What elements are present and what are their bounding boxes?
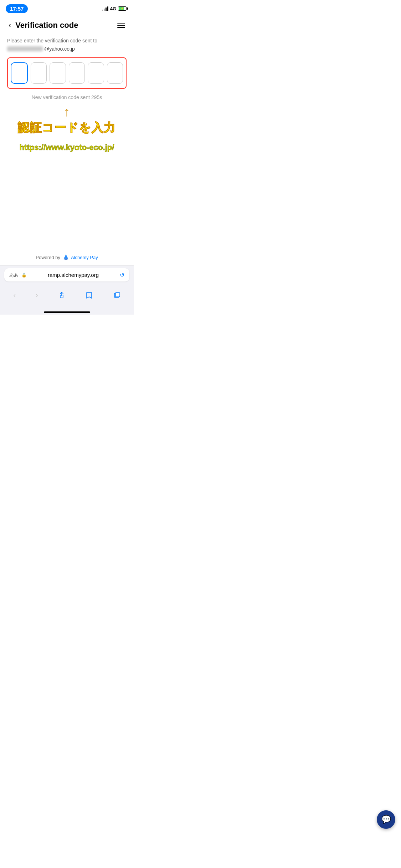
nav-back-button[interactable]: ‹ (9, 289, 20, 302)
signal-icon (102, 6, 108, 11)
otp-container (7, 57, 127, 89)
powered-by-label: Powered by (36, 255, 60, 260)
home-indicator (0, 309, 134, 315)
japanese-annotation: 認証コードを入力 (7, 120, 127, 136)
browser-nav: ‹ › (0, 285, 134, 309)
address-bar[interactable]: ああ 🔒 ramp.alchemypay.org ↺ (4, 268, 129, 281)
annotation-arrow: ↑ (7, 104, 127, 119)
spacer (0, 166, 134, 248)
otp-input-5[interactable] (88, 62, 104, 84)
status-icons: 4G ⚡ (102, 6, 128, 11)
refresh-button[interactable]: ↺ (120, 272, 124, 278)
battery-icon: ⚡ (118, 6, 128, 11)
menu-button[interactable] (116, 21, 127, 29)
content-area: Please enter the verification code sent … (0, 37, 134, 166)
email-suffix: @yahoo.co.jp (44, 46, 75, 52)
header: ‹ Verification code (0, 16, 134, 37)
browser-bar: ああ 🔒 ramp.alchemypay.org ↺ (0, 265, 134, 285)
back-button[interactable]: ‹ (7, 19, 12, 31)
status-time: 17:57 (6, 4, 28, 13)
page-main: ‹ Verification code Please enter the ver… (0, 16, 134, 265)
svg-rect-5 (115, 293, 120, 297)
instruction-text: Please enter the verification code sent … (7, 37, 127, 45)
email-blur (7, 46, 43, 51)
otp-input-1[interactable] (11, 62, 28, 84)
nav-forward-button[interactable]: › (31, 289, 42, 302)
otp-input-2[interactable] (31, 62, 47, 84)
email-row: @yahoo.co.jp (7, 46, 127, 52)
alchemy-logo: Alchemy Pay (62, 254, 98, 261)
timer-text: New verification code sent 295s (7, 94, 127, 100)
lock-icon: 🔒 (21, 273, 27, 278)
status-bar: 17:57 4G ⚡ (0, 0, 134, 16)
url-annotation: https://www.kyoto-eco.jp/ (7, 143, 127, 152)
nav-share-button[interactable] (53, 289, 70, 301)
address-lang: ああ (9, 272, 19, 278)
otp-input-4[interactable] (69, 62, 85, 84)
home-bar (44, 311, 90, 313)
powered-by-footer: Powered by Alchemy Pay (0, 248, 134, 265)
address-url: ramp.alchemypay.org (29, 272, 118, 278)
otp-input-6[interactable] (107, 62, 123, 84)
otp-input-3[interactable] (50, 62, 66, 84)
network-label: 4G (110, 6, 116, 11)
nav-tabs-button[interactable] (108, 289, 125, 301)
page-title: Verification code (15, 21, 116, 30)
alchemy-icon (62, 254, 70, 261)
nav-bookmarks-button[interactable] (81, 289, 97, 301)
alchemy-name: Alchemy Pay (71, 255, 98, 260)
